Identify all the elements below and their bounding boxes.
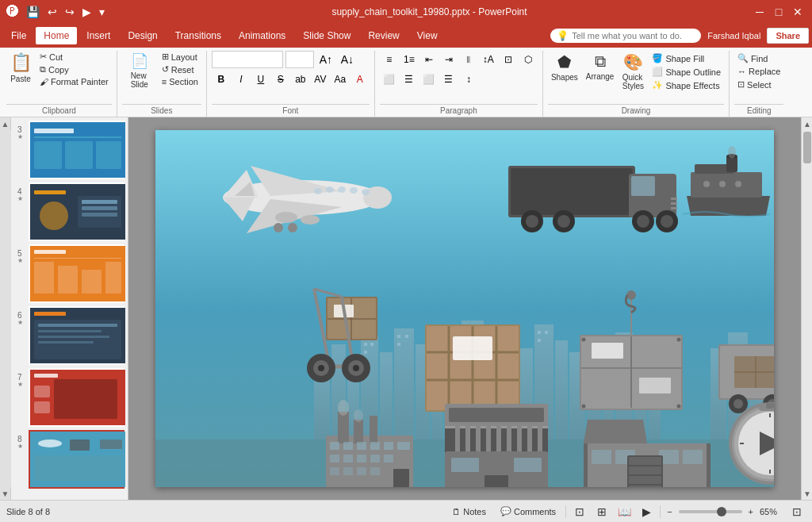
scroll-thumb[interactable] — [803, 132, 811, 163]
smartart-button[interactable]: ⬡ — [519, 51, 538, 68]
scroll-up-button[interactable]: ▲ — [0, 117, 11, 130]
menu-animations[interactable]: Animations — [231, 27, 293, 44]
paste-button[interactable]: 📋 Paste — [6, 51, 35, 85]
align-text-button[interactable]: ⊡ — [499, 51, 518, 68]
ribbon-clipboard-group: 📋 Paste ✂Cut ⧉Copy 🖌Format Painter Clipb… — [3, 51, 117, 117]
align-right-button[interactable]: ⬜ — [419, 71, 439, 88]
slide-thumbnail-8[interactable]: 8 ★ — [29, 430, 124, 489]
reset-button[interactable]: ↺Reset — [159, 63, 201, 75]
select-button[interactable]: ⊡Select — [734, 79, 783, 90]
numbering-button[interactable]: 1≡ — [400, 51, 419, 68]
decrease-font-button[interactable]: A↓ — [338, 51, 357, 68]
find-button[interactable]: 🔍Find — [734, 52, 783, 64]
menu-design[interactable]: Design — [120, 27, 165, 44]
notes-label: Notes — [463, 507, 486, 516]
comments-button[interactable]: 💬 Comments — [496, 505, 561, 518]
shape-outline-button[interactable]: ⬜Shape Outline — [649, 66, 724, 78]
slide-thumbnail-5[interactable]: 5 ★ — [29, 244, 124, 303]
change-case-button[interactable]: Aa — [331, 71, 350, 88]
zoom-in-button[interactable]: + — [747, 507, 755, 516]
shape-effects-button[interactable]: ✨Shape Effects — [649, 79, 724, 91]
menu-file[interactable]: File — [3, 27, 34, 44]
slide-sorter-button[interactable]: ⊞ — [593, 504, 611, 520]
status-bar: Slide 8 of 8 🗒 Notes 💬 Comments ⊡ ⊞ 📖 ▶ … — [0, 500, 812, 522]
copy-button[interactable]: ⧉Copy — [36, 63, 112, 75]
bullets-button[interactable]: ≡ — [380, 51, 399, 68]
save-icon[interactable]: 💾 — [24, 4, 42, 20]
quick-styles-button[interactable]: 🎨 QuickStyles — [619, 51, 647, 92]
svg-marker-204 — [584, 420, 647, 443]
svg-rect-194 — [507, 424, 511, 451]
character-spacing-button[interactable]: AV — [311, 71, 330, 88]
title-left: 🅟 💾 ↩ ↪ ▶ ▾ — [6, 4, 107, 20]
slide-thumbnail-4[interactable]: 4 ★ — [29, 182, 124, 241]
bold-button[interactable]: B — [212, 71, 231, 88]
strikethrough-button[interactable]: S — [271, 71, 290, 88]
scroll-down-button[interactable]: ▼ — [0, 487, 11, 500]
scroll-right-up-button[interactable]: ▲ — [802, 117, 812, 130]
line-spacing-button[interactable]: ↕ — [459, 71, 478, 88]
underline-button[interactable]: U — [251, 71, 270, 88]
font-name-input[interactable] — [212, 51, 283, 68]
scroll-right-down-button[interactable]: ▼ — [802, 487, 812, 500]
close-button[interactable]: ✕ — [790, 4, 806, 20]
increase-font-button[interactable]: A↑ — [316, 51, 335, 68]
italic-button[interactable]: I — [232, 71, 251, 88]
menu-transitions[interactable]: Transitions — [167, 27, 229, 44]
format-painter-button[interactable]: 🖌Format Painter — [36, 76, 112, 87]
cut-icon: ✂ — [40, 52, 47, 62]
zoom-out-button[interactable]: − — [665, 507, 673, 516]
text-direction-button[interactable]: ↕A — [479, 51, 498, 68]
decrease-indent-button[interactable]: ⇤ — [419, 51, 439, 68]
share-button[interactable]: Share — [767, 28, 809, 44]
notes-button[interactable]: 🗒 Notes — [447, 505, 491, 518]
section-button[interactable]: ≡Section — [159, 76, 201, 87]
menu-review[interactable]: Review — [360, 27, 407, 44]
svg-rect-191 — [476, 424, 481, 451]
slide-thumbnail-6[interactable]: 6 ★ — [29, 306, 124, 365]
justify-button[interactable]: ☰ — [439, 71, 458, 88]
increase-indent-button[interactable]: ⇥ — [439, 51, 458, 68]
menu-insert[interactable]: Insert — [79, 27, 118, 44]
shape-fill-button[interactable]: 🪣Shape Fill — [649, 52, 724, 64]
undo-icon[interactable]: ↩ — [45, 4, 59, 20]
dropdown-icon[interactable]: ▾ — [97, 4, 107, 20]
menu-slideshow[interactable]: Slide Show — [295, 27, 358, 44]
slide-star-7: ★ — [17, 381, 23, 388]
reading-view-button[interactable]: 📖 — [615, 504, 633, 520]
new-slide-button[interactable]: 📄 NewSlide — [122, 51, 157, 90]
canvas-area[interactable]: ➤ — [128, 117, 801, 500]
slide-thumbnail-7[interactable]: 7 ★ — [29, 368, 124, 427]
replace-button[interactable]: ↔Replace — [734, 66, 783, 77]
slide-panel-scrollbar: ▲ ▼ — [0, 117, 11, 500]
zoom-slider[interactable] — [679, 510, 742, 513]
menu-home[interactable]: Home — [36, 27, 77, 44]
font-color-button[interactable]: A — [350, 71, 370, 88]
normal-view-button[interactable]: ⊡ — [571, 504, 588, 520]
font-size-input[interactable] — [285, 51, 314, 68]
svg-point-113 — [719, 181, 726, 187]
tell-me-input[interactable] — [572, 31, 683, 40]
svg-point-170 — [354, 409, 363, 422]
main-area: ▲ ▼ 3 ★ 4 ★ — [0, 117, 812, 500]
layout-button[interactable]: ⊞Layout — [159, 51, 201, 63]
minimize-button[interactable]: ─ — [752, 4, 768, 20]
menu-view[interactable]: View — [409, 27, 446, 44]
fit-slide-button[interactable]: ⊡ — [788, 504, 806, 520]
arrange-button[interactable]: ⧉ Arrange — [583, 51, 618, 83]
zoom-thumb[interactable] — [717, 507, 726, 516]
columns-button[interactable]: ⫴ — [459, 51, 478, 68]
svg-rect-24 — [38, 330, 102, 332]
maximize-button[interactable]: □ — [771, 4, 787, 20]
slideshow-view-button[interactable]: ▶ — [638, 504, 655, 520]
text-shadow-button[interactable]: ab — [291, 71, 310, 88]
align-center-button[interactable]: ☰ — [400, 71, 419, 88]
redo-icon[interactable]: ↪ — [63, 4, 77, 20]
cut-button[interactable]: ✂Cut — [36, 51, 112, 63]
svg-point-87 — [275, 212, 297, 223]
svg-rect-167 — [354, 420, 363, 443]
shapes-button[interactable]: ⬟ Shapes — [548, 51, 581, 83]
align-left-button[interactable]: ⬜ — [380, 71, 399, 88]
slide-thumbnail-3[interactable]: 3 ★ — [29, 121, 124, 179]
present-icon[interactable]: ▶ — [80, 4, 94, 20]
